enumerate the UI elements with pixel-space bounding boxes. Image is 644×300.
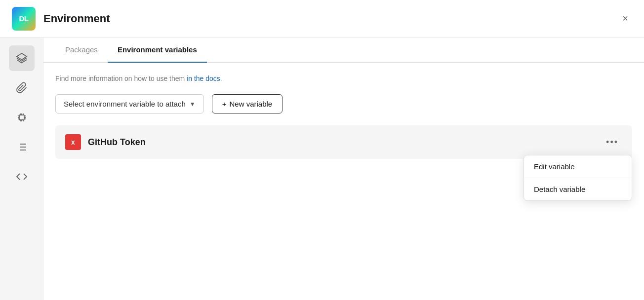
sidebar-item-list[interactable]: [9, 134, 35, 160]
sidebar-item-attachment[interactable]: [9, 75, 35, 101]
code-icon: [16, 171, 28, 183]
svg-rect-1: [19, 115, 24, 120]
variable-name: GitHub Token: [88, 137, 595, 148]
layers-icon: [16, 52, 28, 64]
sidebar-item-chip[interactable]: [9, 105, 35, 130]
docs-link[interactable]: in the docs.: [187, 75, 222, 82]
context-menu: Edit variable Detach variable: [523, 155, 632, 201]
sidebar-item-layers[interactable]: [9, 45, 35, 71]
env-variable-select[interactable]: Select environment variable to attach ▼: [55, 94, 204, 113]
variable-card: x GitHub Token •••: [55, 125, 632, 159]
main-layout: Packages Environment variables Find more…: [0, 38, 644, 300]
list-icon: [16, 141, 28, 153]
detach-variable-menu-item[interactable]: Detach variable: [524, 178, 632, 200]
tab-environment-variables[interactable]: Environment variables: [108, 38, 207, 63]
close-button[interactable]: ×: [618, 11, 632, 26]
sidebar: [0, 38, 43, 300]
header: DL Environment ×: [0, 0, 644, 38]
new-variable-button[interactable]: + New variable: [212, 94, 282, 113]
sidebar-item-code[interactable]: [9, 164, 35, 189]
content-body: Find more information on how to use them…: [43, 63, 644, 300]
controls-row: Select environment variable to attach ▼ …: [55, 94, 632, 113]
content-area: Packages Environment variables Find more…: [43, 38, 644, 300]
chip-icon: [16, 112, 28, 123]
new-variable-label: New variable: [229, 100, 272, 108]
info-text: Find more information on how to use them…: [55, 75, 632, 82]
page-title: Environment: [43, 12, 618, 25]
variable-type-icon: x: [65, 134, 81, 150]
attachment-icon: [16, 82, 28, 94]
app-logo: DL: [12, 7, 36, 31]
tab-packages[interactable]: Packages: [55, 38, 108, 63]
dropdown-arrow-icon: ▼: [190, 101, 196, 108]
select-placeholder-text: Select environment variable to attach: [64, 100, 186, 108]
edit-variable-menu-item[interactable]: Edit variable: [524, 155, 632, 178]
more-options-button[interactable]: •••: [602, 135, 622, 150]
tabs-bar: Packages Environment variables: [43, 38, 644, 63]
variable-card-container: x GitHub Token ••• Edit variable Detach …: [55, 125, 632, 159]
logo-text: DL: [19, 14, 29, 23]
plus-icon: +: [222, 100, 227, 108]
